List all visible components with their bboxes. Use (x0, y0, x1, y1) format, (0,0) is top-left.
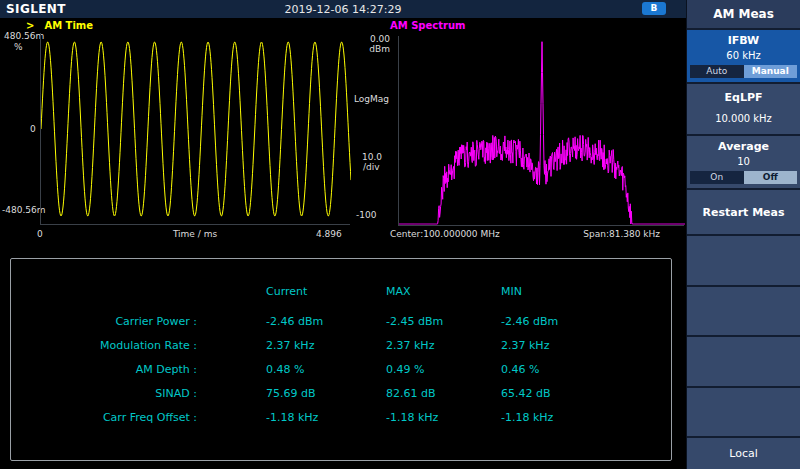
average-button[interactable]: Average 10 On Off (687, 136, 800, 190)
row-label-am-depth: AM Depth : (11, 363, 197, 376)
restart-meas-label: Restart Meas (702, 206, 784, 219)
spec-scale-label: LogMag (354, 94, 389, 104)
am-spectrum-trace (399, 36, 685, 226)
column-header-max: MAX (386, 285, 411, 298)
spec-y-max-label: 0.00 (358, 34, 390, 44)
time-y-unit-label: % (14, 42, 23, 52)
column-header-current: Current (266, 285, 307, 298)
carr-freq-offset-max: -1.18 kHz (386, 411, 438, 424)
softkey-empty-1[interactable] (687, 236, 800, 287)
sinad-min: 65.42 dB (501, 387, 551, 400)
time-y-min-label: -480.56m (2, 205, 46, 215)
average-mode-toggle: On Off (690, 171, 797, 184)
carrier-power-min: -2.46 dBm (501, 315, 558, 328)
am-depth-max: 0.49 % (386, 363, 424, 376)
eqlpf-button[interactable]: EqLPF 10.000 kHz (687, 84, 800, 136)
ifbw-manual-option[interactable]: Manual (744, 65, 798, 78)
instrument-screen: SIGLENT 2019-12-06 14:27:29 B >AM Time 4… (0, 0, 800, 469)
menu-title: AM Meas (687, 0, 800, 30)
spec-y-unit-label: dBm (358, 44, 390, 54)
softkey-empty-2[interactable] (687, 287, 800, 338)
spectrum-plot-area (398, 36, 684, 226)
average-value: 10 (687, 156, 800, 167)
time-y-max-label: 480.56m (4, 31, 38, 41)
ifbw-value: 60 kHz (687, 50, 800, 61)
row-label-sinad: SINAD : (11, 387, 197, 400)
ifbw-auto-option[interactable]: Auto (690, 65, 744, 78)
column-header-min: MIN (501, 285, 522, 298)
time-x-axis-label: Time / ms (40, 229, 350, 239)
time-chart-title: >AM Time (26, 20, 93, 31)
am-depth-min: 0.46 % (501, 363, 539, 376)
softkey-empty-4[interactable] (687, 388, 800, 439)
local-label: Local (729, 447, 758, 460)
average-label: Average (687, 136, 800, 153)
top-status-bar: SIGLENT 2019-12-06 14:27:29 B (0, 0, 686, 18)
trace-marker-icon: > (26, 20, 34, 31)
spectrum-chart-title: AM Spectrum (390, 20, 466, 31)
ifbw-label: IFBW (687, 30, 800, 47)
carr-freq-offset-min: -1.18 kHz (501, 411, 553, 424)
average-on-option[interactable]: On (690, 171, 744, 184)
ifbw-button[interactable]: IFBW 60 kHz Auto Manual (687, 30, 800, 84)
time-y-zero-label: 0 (30, 124, 36, 134)
row-label-carrier-power: Carrier Power : (11, 315, 197, 328)
modulation-rate-min: 2.37 kHz (501, 339, 549, 352)
local-button[interactable]: Local (687, 438, 800, 469)
time-plot-area (40, 33, 350, 225)
am-time-waveform (41, 33, 351, 225)
modulation-rate-current: 2.37 kHz (266, 339, 314, 352)
carrier-power-max: -2.45 dBm (386, 315, 443, 328)
ifbw-mode-toggle: Auto Manual (690, 65, 797, 78)
average-off-option[interactable]: Off (744, 171, 798, 184)
sinad-max: 82.61 dB (386, 387, 436, 400)
eqlpf-label: EqLPF (687, 84, 800, 104)
eqlpf-value: 10.000 kHz (687, 113, 800, 124)
row-label-modulation-rate: Modulation Rate : (11, 339, 197, 352)
carrier-power-current: -2.46 dBm (266, 315, 323, 328)
usb-device-icon: B (642, 2, 666, 15)
modulation-rate-max: 2.37 kHz (386, 339, 434, 352)
spec-y-min-label: -100 (356, 210, 376, 220)
spec-div-value-label: 10.0 (362, 152, 382, 162)
am-depth-current: 0.48 % (266, 363, 304, 376)
measurement-results-table: Current MAX MIN Carrier Power : -2.46 dB… (10, 258, 672, 461)
carr-freq-offset-current: -1.18 kHz (266, 411, 318, 424)
softkey-menu: AM Meas IFBW 60 kHz Auto Manual EqLPF 10… (686, 0, 800, 469)
spec-div-unit-label: /div (363, 162, 380, 172)
restart-meas-button[interactable]: Restart Meas (687, 190, 800, 236)
datetime-display: 2019-12-06 14:27:29 (0, 3, 686, 16)
softkey-empty-3[interactable] (687, 337, 800, 388)
time-x-end-label: 4.896 (316, 229, 342, 239)
row-label-carr-freq-offset: Carr Freq Offset : (11, 411, 197, 424)
spec-span-label: Span:81.380 kHz (470, 229, 660, 239)
sinad-current: 75.69 dB (266, 387, 316, 400)
time-chart-title-text: AM Time (44, 20, 93, 31)
